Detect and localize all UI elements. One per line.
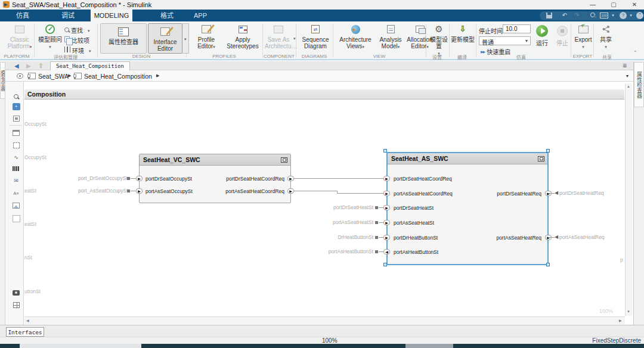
scope-icon[interactable]: ∿ [11,153,21,161]
connector-wire[interactable] [292,178,386,179]
model-advisor-button[interactable]: 模型顾问 [36,23,64,54]
ext-port-icon[interactable] [375,236,378,239]
tab-debug[interactable]: 调试 [52,10,83,21]
output-port[interactable]: portDrSeatHeatCoordReq ▶ [226,175,290,182]
connector-wire[interactable] [549,193,555,194]
search-icon[interactable] [587,11,598,20]
ext-port-label[interactable]: port_AsSeatOccupySt [78,187,126,194]
ext-port-icon[interactable] [127,189,130,192]
save-icon[interactable] [544,11,555,20]
property-inspector-button[interactable]: 属性检查器 [100,23,147,54]
output-port[interactable]: portAsSeatHeatReq ▶ [496,234,547,241]
update-model-button[interactable]: ⇩ 更新模型 [451,23,475,54]
interfaces-panel-tab[interactable]: Interfaces [6,327,44,337]
ext-port-icon[interactable] [375,206,378,209]
sim-mode-select[interactable]: 普通 [479,36,531,45]
signal-raster-icon[interactable] [11,164,21,173]
environment-button[interactable]: 环境 [64,46,91,54]
visibility-icon[interactable] [17,73,23,79]
ext-port-label[interactable]: portAsHeatButtonSt [311,248,373,255]
vertical-scrollbar[interactable] [625,83,632,316]
back-icon[interactable]: ◀ [14,61,19,70]
output-port-left[interactable]: ◀ portAsHeatButtonSt [388,248,438,256]
up-to-parent-icon[interactable]: ⇧ [38,61,44,70]
ext-port-icon[interactable] [375,221,378,224]
envelope-icon[interactable]: ✉ [11,176,21,185]
ext-port-label[interactable]: port_DrSeatOccupySt [78,175,126,182]
ext-port-label[interactable]: DrHeatButtonSt [314,234,373,241]
help-dropdown-icon[interactable]: ▾ [628,11,634,20]
toolstrip-options-icon[interactable]: ⌃ [634,11,644,20]
ext-port-icon[interactable] [375,250,378,253]
selection-handle[interactable] [546,149,550,153]
compare-button[interactable]: 比较项 [64,36,89,44]
scroll-up-icon[interactable]: ▲ [626,85,631,88]
run-button[interactable]: 运行 [532,23,552,54]
connector-wire[interactable] [292,191,338,191]
find-button[interactable]: 查找 [64,26,90,34]
undo-icon[interactable]: ↶ [559,11,570,20]
zoom-fit-icon[interactable] [11,92,21,101]
tab-modeling[interactable]: MODELING [91,10,132,21]
input-port[interactable]: ▶ portAsSeatOccupySt [140,188,193,195]
share-button[interactable]: 共享 [596,23,615,54]
collapse-ribbon-icon[interactable]: ⌃ [633,50,637,55]
breadcrumb-item-current[interactable]: Seat_Heat_Composition [84,72,152,81]
tab-format[interactable]: 格式 [151,10,182,21]
tab-app[interactable]: APP [186,10,215,21]
tab-list-icon[interactable]: ≣ [623,61,627,70]
box-icon[interactable] [11,215,21,223]
ext-port-label[interactable]: portAsSeatHeatReq [559,234,616,241]
input-port[interactable]: ▶ portAsSeatHeatSt [388,219,434,226]
image-icon[interactable] [11,201,21,210]
component-block-vc[interactable]: SeatHeat_VC_SWC ▶ portDrSeatOccupySt ▶ p… [139,154,291,203]
architecture-views-button[interactable]: Architecture Views [336,23,374,54]
selection-handle[interactable] [383,263,387,266]
input-port[interactable]: ▶ portDrSeatHeatSt [388,204,434,212]
input-port[interactable]: ▶ portDrSeatOccupySt [140,175,192,182]
sequence-diagram-button[interactable]: ⇄ Sequence Diagram [298,23,333,54]
export-button[interactable]: Export [572,23,594,54]
schedule-editor-icon[interactable] [11,301,21,309]
scroll-left-icon[interactable]: ◀ [26,318,29,322]
help-icon[interactable]: ? [618,11,628,20]
fast-restart-toggle[interactable]: ▶▶ 快速重启 [481,47,510,55]
block-header[interactable]: SeatHeat_AS_SWC [388,153,547,164]
viewport-icon[interactable] [11,114,21,123]
block-header[interactable]: SeatHeat_VC_SWC [140,154,290,166]
model-browser-collapsed-tab[interactable]: 模型浏览器 [0,62,5,99]
apply-stereotypes-button[interactable]: Apply Stereotypes [224,23,261,54]
maximize-button[interactable]: ▢ [607,0,620,9]
minimize-button[interactable]: — [586,0,599,9]
annotation-icon[interactable]: A≡ [11,189,21,197]
scroll-right-icon[interactable]: ▶ [619,318,622,322]
horizontal-scrollbar[interactable] [24,316,625,324]
connector-wire[interactable] [549,237,555,238]
input-port[interactable]: ▶ portAsSeatHeatCoordReq [388,190,453,197]
interface-editor-dropdown[interactable] [182,23,189,54]
analysis-model-button[interactable]: Analysis Model [377,23,404,54]
document-tab[interactable]: Seat_Heat_Composition [50,61,130,70]
ext-port-label[interactable]: portDrSeatHeatReq [559,189,616,197]
input-port[interactable]: ▶ portDrHeatButtonSt [388,234,438,241]
property-inspector-collapsed-tab[interactable]: 属性检查器 [634,62,644,107]
component-block-as[interactable]: SeatHeat_AS_SWC ▶ portDrSeatHeatCoordReq… [386,152,549,265]
selection-handle[interactable] [383,149,387,153]
output-port[interactable]: portDrSeatHeatReq ▶ [497,190,547,197]
subsystem-icon[interactable] [11,129,21,137]
zoom-dropdown-icon[interactable]: ▾ [610,11,616,20]
interface-editor-button[interactable]: Interface Editor [148,23,182,54]
zoom-100-icon[interactable]: 100 [600,13,608,18]
ext-port-label[interactable]: portAsSeatHeatSt [314,219,373,226]
breadcrumb-item-root[interactable]: Seat_SWA [38,72,69,81]
connector-wire[interactable] [337,193,386,194]
fit-to-view-icon[interactable]: + [11,102,21,111]
stop-time-input[interactable]: 10.0 [503,24,531,33]
ext-port-label[interactable]: portDrSeatHeatSt [314,204,373,211]
breadcrumb-dropdown-icon[interactable]: ▾ [626,73,628,79]
ext-port-icon[interactable] [127,177,130,180]
screenshot-icon[interactable] [11,288,21,297]
input-port[interactable]: ▶ portDrSeatHeatCoordReq [388,175,452,182]
area-icon[interactable] [11,141,21,150]
scroll-down-icon[interactable]: ▼ [626,310,631,313]
